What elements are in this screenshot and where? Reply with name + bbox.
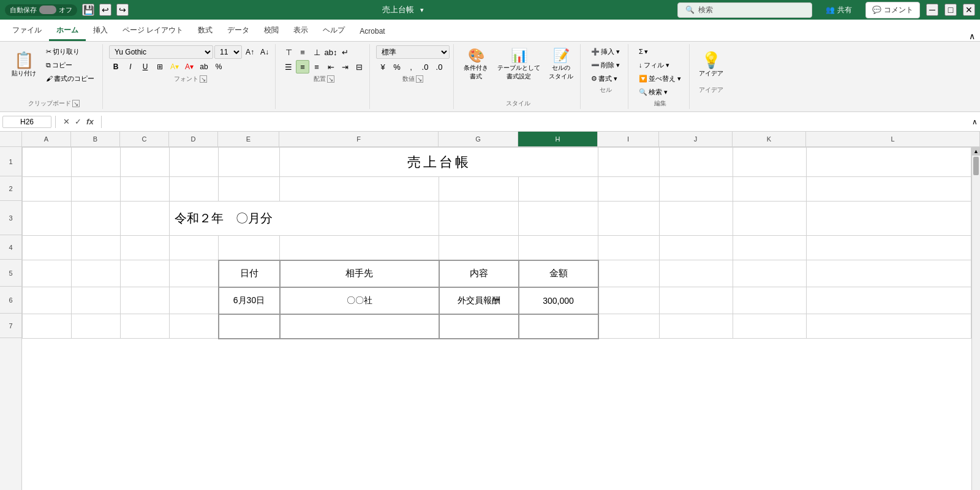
ribbon-collapse-button[interactable]: ∧ [969, 31, 975, 41]
cell-B4[interactable] [72, 236, 121, 260]
indent-decrease-button[interactable]: ⇤ [324, 60, 337, 74]
cell-C1[interactable] [121, 148, 170, 177]
wrap-text-button[interactable]: ↵ [338, 45, 352, 59]
share-button[interactable]: 👥 共有 [818, 2, 859, 18]
increase-font-button[interactable]: A↑ [243, 45, 257, 59]
border-button[interactable]: ⊞ [153, 60, 167, 74]
cell-A6[interactable] [23, 287, 72, 314]
cell-H3[interactable] [519, 202, 598, 236]
row-header-7[interactable]: 7 [0, 314, 21, 338]
cell-G5-header[interactable]: 内容 [439, 260, 519, 287]
clipboard-expand-icon[interactable]: ↘ [72, 100, 80, 107]
cell-D7[interactable] [170, 314, 219, 339]
maximize-button[interactable]: □ [944, 4, 957, 16]
decimal-decrease-button[interactable]: .0 [432, 60, 446, 74]
tab-data[interactable]: データ [220, 21, 257, 41]
tab-review[interactable]: 校閲 [257, 21, 286, 41]
percent-button[interactable]: % [390, 60, 404, 74]
cell-C3[interactable] [121, 202, 170, 236]
currency-button[interactable]: ¥ [376, 60, 390, 74]
fill-button[interactable]: ↓ フィル ▾ [635, 59, 685, 71]
undo-button[interactable]: ↩ [99, 4, 111, 16]
cell-C7[interactable] [121, 314, 170, 339]
col-header-L[interactable]: L [806, 132, 980, 146]
col-header-H[interactable]: H [518, 132, 598, 146]
cell-L5[interactable] [807, 260, 971, 287]
align-right-button[interactable]: ≡ [310, 60, 323, 74]
copy-button[interactable]: ⧉ コピー [42, 59, 99, 71]
align-top-button[interactable]: ⊤ [282, 45, 295, 59]
comment-button[interactable]: 💬 コメント [865, 2, 920, 18]
tab-home[interactable]: ホーム [49, 21, 86, 41]
cell-A7[interactable] [23, 314, 72, 339]
scroll-up-arrow[interactable]: ▲ [972, 147, 980, 156]
cell-G4[interactable] [439, 236, 519, 260]
alignment-expand-icon[interactable]: ↘ [327, 75, 334, 83]
paste-button[interactable]: 📋 貼り付け [9, 45, 39, 85]
autosum-button[interactable]: Σ ▾ [635, 45, 685, 58]
col-header-D[interactable]: D [169, 132, 218, 146]
cell-L7[interactable] [807, 314, 971, 339]
cell-L4[interactable] [807, 236, 971, 260]
font-name-selector[interactable]: Yu Gothic [109, 45, 213, 59]
cell-C2[interactable] [121, 177, 170, 202]
cell-L3[interactable] [807, 202, 971, 236]
cell-F1-title[interactable]: 売上台帳 [280, 148, 598, 177]
autosave-toggle[interactable] [39, 6, 56, 14]
underline-button[interactable]: U [138, 60, 152, 74]
row-header-4[interactable]: 4 [0, 235, 21, 260]
cell-I1[interactable] [598, 148, 660, 177]
align-center-button[interactable]: ≡ [296, 60, 309, 74]
row-header-1[interactable]: 1 [0, 147, 21, 176]
cell-K1[interactable] [733, 148, 807, 177]
cell-J3[interactable] [660, 202, 733, 236]
cell-F6-company[interactable]: 〇〇社 [280, 287, 439, 314]
cell-I3[interactable] [598, 202, 660, 236]
save-button[interactable]: 💾 [82, 4, 94, 16]
col-header-A[interactable]: A [22, 132, 71, 146]
cell-A5[interactable] [23, 260, 72, 287]
row-header-5[interactable]: 5 [0, 260, 21, 287]
insert-cells-button[interactable]: ➕ 挿入 ▾ [587, 45, 624, 58]
format-as-table-button[interactable]: 📊 テーブルとして書式設定 [494, 45, 543, 85]
cell-I4[interactable] [598, 236, 660, 260]
col-header-F[interactable]: F [279, 132, 439, 146]
cell-D1[interactable] [170, 148, 219, 177]
align-left-button[interactable]: ☰ [282, 60, 295, 74]
cell-D6[interactable] [170, 287, 219, 314]
minimize-button[interactable]: ─ [926, 4, 938, 16]
col-header-E[interactable]: E [218, 132, 279, 146]
formula-input[interactable] [105, 116, 972, 127]
row-header-3[interactable]: 3 [0, 201, 21, 235]
col-header-J[interactable]: J [659, 132, 733, 146]
scroll-thumb[interactable] [973, 157, 979, 175]
cell-K4[interactable] [733, 236, 807, 260]
close-button[interactable]: ✕ [963, 4, 975, 16]
cell-F4[interactable] [280, 236, 439, 260]
cell-C4[interactable] [121, 236, 170, 260]
cell-B5[interactable] [72, 260, 121, 287]
font-expand-icon[interactable]: ↘ [200, 75, 207, 83]
cell-G3[interactable] [439, 202, 519, 236]
cell-D4[interactable] [170, 236, 219, 260]
ideas-button[interactable]: 💡 アイデア [696, 45, 726, 85]
cell-A2[interactable] [23, 177, 72, 202]
delete-cells-button[interactable]: ➖ 削除 ▾ [587, 59, 624, 71]
merge-cells-button[interactable]: ⊟ [352, 60, 366, 74]
cell-H2[interactable] [519, 177, 598, 202]
cell-A3[interactable] [23, 202, 72, 236]
strikethrough-button[interactable]: ab [197, 60, 211, 74]
font-color-button[interactable]: A▾ [183, 60, 196, 74]
cell-F7-empty[interactable] [280, 314, 439, 339]
col-header-K[interactable]: K [733, 132, 806, 146]
number-format-selector[interactable]: 標準 [376, 45, 450, 59]
cell-A4[interactable] [23, 236, 72, 260]
tab-insert[interactable]: 挿入 [86, 21, 115, 41]
tab-page-layout[interactable]: ページ レイアウト [115, 21, 190, 41]
cell-G6-content[interactable]: 外交員報酬 [439, 287, 519, 314]
cell-I2[interactable] [598, 177, 660, 202]
cell-B2[interactable] [72, 177, 121, 202]
cell-E7-empty[interactable] [219, 314, 280, 339]
tab-file[interactable]: ファイル [5, 21, 49, 41]
cell-H6-amount[interactable]: 300,000 [519, 287, 598, 314]
